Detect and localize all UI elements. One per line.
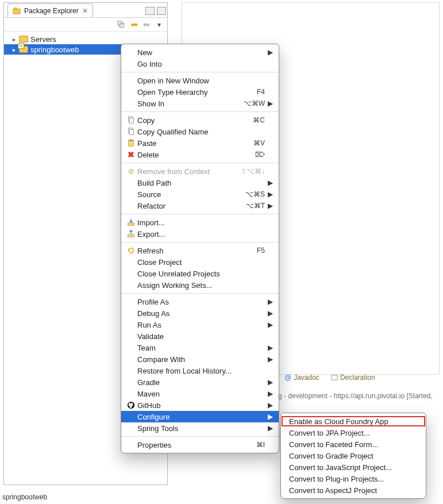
menu-item-import[interactable]: Import...	[121, 217, 279, 228]
menu-item-properties[interactable]: Properties⌘I	[121, 439, 279, 451]
submenu-arrow-icon: ▶	[265, 202, 273, 210]
declaration-tab[interactable]: Declaration	[331, 374, 375, 382]
package-explorer-icon	[13, 7, 21, 15]
menu-item-label: Delete	[137, 151, 238, 159]
copy-icon	[125, 116, 137, 124]
menu-item-maven[interactable]: Maven▶	[121, 388, 279, 399]
menu-item-export[interactable]: Export...	[121, 228, 279, 240]
menu-item-label: Compare With	[137, 355, 238, 364]
submenu-item-label: Convert to JavaScript Project...	[289, 463, 419, 472]
maven-project-icon	[19, 46, 28, 53]
submenu-arrow-icon: ▶	[265, 298, 273, 306]
menu-item-accelerator: ⌘C	[238, 116, 265, 124]
menu-item-label: Copy Qualified Name	[137, 128, 238, 136]
menu-item-label: Open in New Window	[137, 76, 238, 85]
view-menu-icon[interactable]: ▾	[155, 20, 164, 29]
submenu-arrow-icon: ▶	[265, 344, 273, 352]
menu-separator	[121, 242, 279, 243]
focus-task-icon[interactable]	[142, 20, 151, 29]
menu-item-spring-tools[interactable]: Spring Tools▶	[121, 422, 279, 434]
copy-icon	[125, 128, 137, 136]
submenu-arrow-icon: ▶	[265, 48, 273, 56]
status-bar-text: springbootweb	[2, 493, 47, 501]
submenu-item-convert-to-faceted-form[interactable]: Convert to Faceted Form...	[281, 438, 426, 450]
submenu-item-label: Convert to Faceted Form...	[289, 440, 419, 449]
menu-item-accelerator: F5	[238, 247, 265, 255]
submenu-item-convert-to-gradle-project[interactable]: Convert to Gradle Project	[281, 450, 426, 461]
configure-submenu: Enable as Cloud Foundry AppConvert to JP…	[280, 413, 426, 499]
menu-item-label: Configure	[137, 413, 238, 421]
menu-item-close-project[interactable]: Close Project	[121, 256, 279, 268]
tab-label: Javadoc	[294, 374, 319, 382]
submenu-arrow-icon: ▶	[265, 355, 273, 363]
menu-item-label: New	[137, 48, 238, 57]
javadoc-tab[interactable]: @ Javadoc	[284, 374, 319, 382]
close-icon[interactable]: ✕	[82, 7, 88, 15]
menu-item-open-type-hierarchy[interactable]: Open Type HierarchyF4	[121, 86, 279, 98]
context-menu: New▶Go IntoOpen in New WindowOpen Type H…	[121, 44, 279, 453]
menu-separator	[121, 293, 279, 294]
menu-item-open-in-new-window[interactable]: Open in New Window	[121, 75, 279, 86]
submenu-item-label: Convert to Gradle Project	[289, 452, 419, 460]
tree-item-servers[interactable]: ▸ Servers	[4, 34, 167, 44]
menu-item-refactor[interactable]: Refactor⌥⌘T▶	[121, 200, 279, 211]
submenu-item-label: Convert to Plug-in Projects...	[289, 475, 419, 483]
menu-item-configure[interactable]: Configure▶	[121, 411, 279, 422]
menu-item-source[interactable]: Source⌥⌘S▶	[121, 188, 279, 200]
view-tabbar: Package Explorer ✕	[4, 3, 167, 18]
menu-item-go-into[interactable]: Go Into	[121, 58, 279, 70]
menu-item-label: Profile As	[137, 298, 238, 306]
refresh-icon	[125, 247, 137, 255]
menu-item-refresh[interactable]: RefreshF5	[121, 245, 279, 256]
expand-icon[interactable]: ▸	[11, 36, 17, 43]
minimize-view-button[interactable]	[145, 7, 155, 15]
menu-item-show-in[interactable]: Show In⌥⌘W▶	[121, 98, 279, 109]
tab-label: Declaration	[340, 374, 375, 382]
menu-item-label: Restore from Local History...	[137, 367, 238, 375]
submenu-arrow-icon: ▶	[265, 309, 273, 317]
expand-icon[interactable]: ▸	[11, 47, 17, 53]
menu-item-label: Maven	[137, 390, 238, 398]
link-editor-icon[interactable]	[129, 20, 138, 29]
import-icon	[125, 218, 137, 226]
menu-item-paste[interactable]: Paste⌘V	[121, 137, 279, 149]
menu-item-delete[interactable]: ✖Delete⌦	[121, 149, 279, 160]
menu-item-profile-as[interactable]: Profile As▶	[121, 296, 279, 307]
submenu-arrow-icon: ▶	[265, 390, 273, 398]
tree-item-label: Servers	[30, 35, 56, 44]
menu-item-gradle[interactable]: Gradle▶	[121, 376, 279, 388]
menu-item-copy-qualified-name[interactable]: Copy Qualified Name	[121, 126, 279, 137]
menu-separator	[121, 72, 279, 72]
menu-item-team[interactable]: Team▶	[121, 342, 279, 353]
menu-item-new[interactable]: New▶	[121, 47, 279, 58]
submenu-item-convert-to-javascript-project[interactable]: Convert to JavaScript Project...	[281, 461, 426, 473]
menu-item-close-unrelated-projects[interactable]: Close Unrelated Projects	[121, 268, 279, 279]
submenu-item-convert-to-aspectj-project[interactable]: Convert to AspectJ Project	[281, 484, 426, 496]
menu-item-compare-with[interactable]: Compare With▶	[121, 353, 279, 365]
maximize-view-button[interactable]	[157, 7, 166, 15]
menu-item-label: Refresh	[137, 247, 238, 255]
submenu-item-convert-to-plug-in-projects[interactable]: Convert to Plug-in Projects...	[281, 473, 426, 484]
menu-item-label: Close Unrelated Projects	[137, 270, 238, 278]
collapse-all-icon[interactable]	[117, 20, 126, 29]
svg-rect-7	[129, 118, 133, 124]
menu-item-copy[interactable]: Copy⌘C	[121, 114, 279, 126]
menu-item-label: Validate	[137, 332, 238, 341]
menu-item-restore-from-local-history[interactable]: Restore from Local History...	[121, 365, 279, 376]
package-explorer-tab[interactable]: Package Explorer ✕	[7, 3, 93, 17]
menu-item-label: Copy	[137, 116, 238, 125]
menu-item-debug-as[interactable]: Debug As▶	[121, 307, 279, 319]
svg-rect-11	[129, 140, 132, 141]
menu-item-label: Paste	[137, 139, 238, 148]
tab-title: Package Explorer	[24, 7, 79, 15]
menu-item-build-path[interactable]: Build Path▶	[121, 177, 279, 188]
menu-item-validate[interactable]: Validate	[121, 330, 279, 342]
menu-item-label: Go Into	[137, 60, 238, 68]
folder-icon	[19, 36, 28, 43]
menu-item-github[interactable]: GitHub▶	[121, 399, 279, 411]
submenu-item-convert-to-jpa-project[interactable]: Convert to JPA Project...	[281, 427, 426, 438]
submenu-item-enable-as-cloud-foundry-app[interactable]: Enable as Cloud Foundry App	[281, 415, 426, 427]
menu-item-run-as[interactable]: Run As▶	[121, 319, 279, 330]
submenu-arrow-icon: ▶	[265, 413, 273, 421]
menu-item-assign-working-sets[interactable]: Assign Working Sets...	[121, 279, 279, 291]
